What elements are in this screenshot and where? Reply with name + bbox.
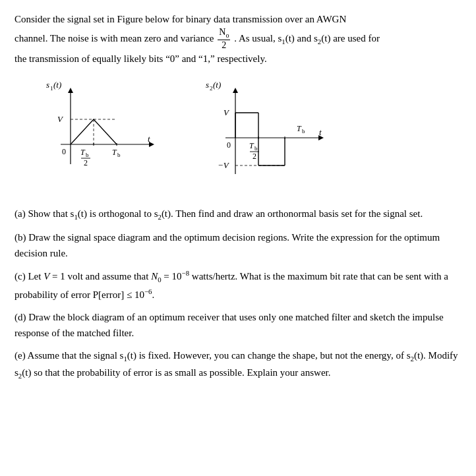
origin-0-s2: 0 [227, 140, 231, 150]
s1-label: s [46, 80, 49, 90]
s1-paren: (t) [53, 80, 61, 90]
questions-section: (a) Show that s1(t) is orthogonal to s2(… [15, 206, 461, 382]
intro-text-line2: channel. The noise is with mean zero and… [15, 33, 214, 44]
question-b: (b) Draw the signal space diagram and th… [15, 229, 461, 261]
noise-variance-fraction: No 2 [218, 27, 230, 51]
figure-s2: s 2 (t) t 0 V −V [199, 78, 331, 194]
tb2-sub: b [86, 152, 89, 158]
q-a-label: (a) Show that s1(t) is orthogonal to s2(… [15, 208, 423, 219]
tb-sub-s2: b [302, 128, 305, 134]
y-axis-arrow-s2 [233, 88, 238, 93]
question-e: (e) Assume that the signal s1(t) is fixe… [15, 347, 461, 382]
intro-text-line3: the transmission of equally likely bits … [15, 53, 267, 64]
figure-s1: s 1 (t) t 0 V T b 2 [34, 78, 160, 184]
s2-label: s [206, 80, 209, 90]
intro-text-line1: Consider the signal set in Figure below … [15, 14, 346, 24]
t-label-s2: t [319, 127, 322, 137]
tb-sub-s1: b [117, 152, 121, 158]
q-c-label: (c) Let V = 1 volt and assume that N0 = … [15, 271, 448, 299]
tb2-label-s1: T [80, 148, 86, 157]
tb-label-s1: T [112, 148, 117, 157]
q-e-label: (e) Assume that the signal s1(t) is fixe… [15, 350, 458, 378]
tb2-den-s2: 2 [253, 152, 256, 161]
question-c: (c) Let V = 1 volt and assume that N0 = … [15, 268, 461, 302]
y-axis-arrow [68, 88, 73, 93]
triangle-s1 [71, 119, 117, 144]
tb2-den: 2 [84, 158, 88, 167]
origin-0-s1: 0 [62, 147, 66, 156]
s1-subscript: 1 [50, 85, 53, 92]
intro-text-after-fraction: . As usual, s1(t) and s2(t) are used for [234, 33, 380, 44]
v-label-s1: V [57, 114, 64, 124]
tb-label-s2: T [297, 124, 302, 133]
s2-subscript: 2 [210, 85, 213, 92]
q-b-label: (b) Draw the signal space diagram and th… [15, 232, 440, 258]
v-label-s2-neg: −V [218, 160, 230, 170]
question-a: (a) Show that s1(t) is orthogonal to s2(… [15, 206, 461, 223]
figure-s2-svg: s 2 (t) t 0 V −V [199, 78, 331, 194]
q-d-label: (d) Draw the block diagram of an optimum… [15, 312, 444, 338]
question-d: (d) Draw the block diagram of an optimum… [15, 309, 461, 341]
tb2-sub-s2: b [254, 145, 258, 152]
intro-paragraph: Consider the signal set in Figure below … [15, 12, 461, 67]
figures-row: s 1 (t) t 0 V T b 2 [34, 78, 461, 194]
s2-paren: (t) [213, 80, 221, 90]
t-label-s1: t [148, 134, 150, 144]
figure-s1-svg: s 1 (t) t 0 V T b 2 [34, 78, 160, 184]
tb2-label-s2: T [249, 141, 254, 150]
v-label-s2-pos: V [223, 107, 230, 117]
